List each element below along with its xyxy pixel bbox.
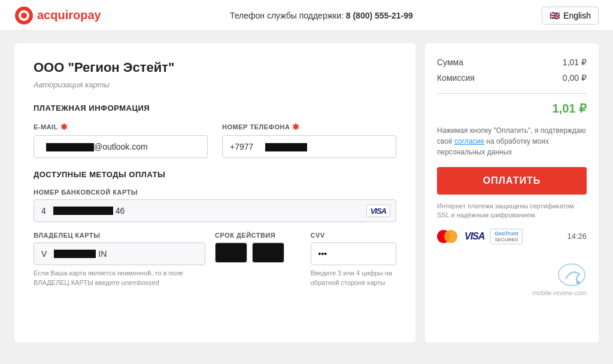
language-label: English <box>563 11 591 20</box>
card-holder-hint: Если Ваша карта является неименной, то в… <box>34 269 205 287</box>
logo-icon <box>14 6 34 25</box>
card-holder-input[interactable]: V IN <box>34 242 205 265</box>
visa-badge: VISA <box>366 205 390 217</box>
payment-logos-row: VISA GeoTrust SECURED 14:26 <box>437 229 587 244</box>
mc-right-circle <box>444 230 457 243</box>
expiry-row <box>215 242 301 263</box>
sum-row: Сумма 1,01 ₽ <box>437 57 587 67</box>
expiry-year-input[interactable] <box>252 242 284 263</box>
svg-point-4 <box>576 281 580 284</box>
card-holder-prefix: V <box>41 249 47 259</box>
expiry-label: СРОК ДЕЙСТВИЯ <box>215 232 301 239</box>
pay-button[interactable]: ОПЛАТИТЬ <box>437 167 587 195</box>
card-holder-label: ВЛАДЕЛЕЦ КАРТЫ <box>34 232 205 239</box>
card-number-input[interactable]: 4 46 <box>34 199 396 222</box>
phone-required: ✱ <box>292 122 300 132</box>
phone-redacted <box>265 143 307 151</box>
payment-methods-title: ДОСТУПНЫЕ МЕТОДЫ ОПЛАТЫ <box>34 170 396 179</box>
left-panel: ООО "Регион Эстейт" Авторизация карты ПЛ… <box>14 43 415 342</box>
card-holder-group: ВЛАДЕЛЕЦ КАРТЫ V IN Если Ваша карта явля… <box>34 232 205 287</box>
email-suffix: @outlook.com <box>94 136 155 157</box>
expiry-month-input[interactable] <box>215 242 247 263</box>
expiry-group: СРОК ДЕЙСТВИЯ <box>215 232 301 263</box>
phone-field-container[interactable]: +7977 <box>222 135 396 158</box>
auth-label: Авторизация карты <box>34 80 396 89</box>
card-number-label: НОМЕР БАНКОВСКОЙ КАРТЫ <box>34 189 396 196</box>
email-group: E-MAIL ✱ @outlook.com <box>34 122 208 158</box>
payment-methods-section: ДОСТУПНЫЕ МЕТОДЫ ОПЛАТЫ НОМЕР БАНКОВСКОЙ… <box>34 170 396 287</box>
card-holder-redacted <box>54 250 96 258</box>
card-redacted <box>53 207 113 215</box>
geotrust-badge: GeoTrust SECURED <box>490 229 523 244</box>
phone-group: НОМЕР ТЕЛЕФОНА ✱ +7977 <box>222 122 396 158</box>
email-field-container[interactable]: @outlook.com <box>34 135 208 158</box>
svg-point-3 <box>559 264 585 286</box>
card-details-row: ВЛАДЕЛЕЦ КАРТЫ V IN Если Ваша карта явля… <box>34 232 396 287</box>
watermark-icon <box>557 262 587 287</box>
svg-point-2 <box>21 13 27 19</box>
email-phone-row: E-MAIL ✱ @outlook.com НОМЕР ТЕЛЕФОНА ✱ <box>34 122 396 158</box>
ssl-text: Интернет платежи защищены сертификатом S… <box>437 202 587 220</box>
card-prefix: 4 <box>41 206 46 216</box>
commission-label: Комиссия <box>437 73 475 83</box>
email-label: E-MAIL ✱ <box>34 122 208 132</box>
watermark-text: mobile-review.com <box>437 289 587 296</box>
watermark: mobile-review.com <box>437 262 587 296</box>
company-name: ООО "Регион Эстейт" <box>34 60 396 75</box>
card-suffix: 46 <box>116 206 125 216</box>
phone-prefix: +7977 <box>230 142 253 151</box>
card-number-field-wrap: 4 46 VISA <box>34 199 396 222</box>
total-amount: 1,01 ₽ <box>437 101 587 116</box>
payment-info-title: ПЛАТЕЖНАЯ ИНФОРМАЦИЯ <box>34 104 396 113</box>
geotrust-line1: GeoTrust <box>494 230 518 237</box>
email-redacted <box>46 143 94 151</box>
cvv-input[interactable] <box>311 242 397 265</box>
flag-icon: 🇬🇧 <box>550 11 560 20</box>
visa-logo: VISA <box>465 231 484 242</box>
cvv-hint: Введите 3 или 4 цифры на обратной сторон… <box>311 269 397 287</box>
language-button[interactable]: 🇬🇧 English <box>542 7 599 25</box>
right-panel: Сумма 1,01 ₽ Комиссия 0,00 ₽ 1,01 ₽ Нажи… <box>425 43 599 342</box>
email-required: ✱ <box>60 122 68 132</box>
main-content: ООО "Регион Эстейт" Авторизация карты ПЛ… <box>0 31 613 354</box>
summary-divider <box>437 93 587 94</box>
logo: acquiropay <box>14 6 101 25</box>
geotrust-line2: SECURED <box>495 237 518 243</box>
time-display: 14:26 <box>567 232 587 241</box>
card-holder-suffix: IN <box>98 249 107 259</box>
cvv-group: CVV Введите 3 или 4 цифры на обратной ст… <box>311 232 397 287</box>
consent-text: Нажимая кнопку "Оплатить", я подтверждаю… <box>437 125 587 157</box>
phone-label: НОМЕР ТЕЛЕФОНА ✱ <box>222 122 396 132</box>
cvv-label: CVV <box>311 232 397 239</box>
commission-row: Комиссия 0,00 ₽ <box>437 73 587 83</box>
logo-text: acquiropay <box>37 8 101 22</box>
header: acquiropay Телефон службы поддержки: 8 (… <box>0 0 613 31</box>
consent-link[interactable]: согласие <box>454 137 484 145</box>
sum-label: Сумма <box>437 57 463 67</box>
sum-value: 1,01 ₽ <box>563 57 587 67</box>
commission-value: 0,00 ₽ <box>563 73 587 83</box>
mastercard-logo <box>437 229 459 244</box>
header-phone: Телефон службы поддержки: 8 (800) 555-21… <box>230 11 413 20</box>
